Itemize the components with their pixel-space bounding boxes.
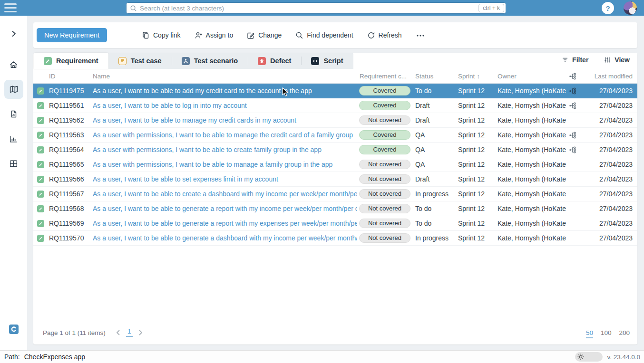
change-button[interactable]: Change bbox=[247, 31, 282, 39]
row-name-link[interactable]: As a user, I want to be able to generate… bbox=[93, 205, 357, 212]
row-status: Draft bbox=[413, 116, 456, 124]
row-name-link[interactable]: As a user, I want to be able to generate… bbox=[93, 234, 357, 242]
coverage-badge: Not covered bbox=[359, 160, 410, 169]
sidebar-expand-icon[interactable] bbox=[4, 24, 23, 43]
row-sprint: Sprint 12 bbox=[456, 161, 495, 168]
new-requirement-button[interactable]: New Requirement bbox=[37, 28, 107, 42]
row-name-link[interactable]: As a user, I want to be able to generate… bbox=[93, 220, 357, 227]
table-row[interactable]: RQ1119475 As a user, I want to be able t… bbox=[33, 84, 637, 98]
row-name-link[interactable]: As a user with permissions, I want to be… bbox=[93, 146, 322, 153]
row-sprint: Sprint 12 bbox=[456, 146, 495, 153]
column-header-sprint[interactable]: Sprint↑ bbox=[456, 73, 495, 80]
row-name-link[interactable]: As a user, I want to be able to create a… bbox=[93, 190, 357, 198]
column-header-status[interactable]: Status bbox=[413, 73, 456, 80]
tab-requirement[interactable]: Requirement bbox=[34, 53, 108, 69]
table-row[interactable]: RQ1119565 As a user with permissions, I … bbox=[33, 157, 637, 172]
requirement-icon bbox=[37, 87, 44, 95]
page-number[interactable]: 1 bbox=[126, 328, 133, 337]
row-sprint: Sprint 12 bbox=[456, 205, 495, 212]
copy-link-button[interactable]: Copy link bbox=[142, 31, 181, 39]
assign-to-button[interactable]: Assign to bbox=[195, 31, 234, 39]
path-value: CheckExpenses app bbox=[24, 353, 85, 361]
row-modified: 27/04/2023 bbox=[580, 220, 637, 227]
aqua-logo[interactable] bbox=[4, 320, 23, 339]
coverage-badge: Not covered bbox=[359, 233, 410, 243]
tab-test-case[interactable]: Test case bbox=[108, 53, 172, 69]
column-header-modified[interactable]: Last modified bbox=[580, 73, 637, 80]
row-status: QA bbox=[413, 146, 456, 153]
version-label: v. 23.44.0.0 bbox=[607, 353, 640, 361]
page-size-50[interactable]: 50 bbox=[586, 329, 593, 338]
column-header-coverage[interactable]: Requirement c... bbox=[357, 73, 413, 80]
search-icon bbox=[130, 5, 137, 12]
column-header-id[interactable]: ID bbox=[49, 73, 93, 80]
test-case-icon bbox=[118, 57, 127, 65]
table-row[interactable]: RQ1119561 As a user, I want to be able t… bbox=[33, 98, 637, 113]
coverage-badge: Covered bbox=[359, 101, 410, 110]
toolbar: New Requirement Copy link Assign to Chan… bbox=[33, 22, 637, 48]
more-actions-button[interactable] bbox=[416, 31, 425, 39]
refresh-button[interactable]: Refresh bbox=[367, 31, 402, 39]
pagination: Page 1 of 1 (11 items) 1 50 100 200 bbox=[33, 326, 637, 340]
user-avatar[interactable] bbox=[624, 1, 637, 15]
row-sprint: Sprint 12 bbox=[456, 87, 495, 95]
next-page-icon[interactable] bbox=[137, 329, 144, 336]
row-name-link[interactable]: As a user, I want to be able to log in i… bbox=[93, 102, 247, 109]
hierarchy-icon[interactable] bbox=[569, 131, 577, 139]
row-id: RQ1119475 bbox=[49, 87, 93, 95]
tab-defect[interactable]: Defect bbox=[248, 53, 301, 69]
column-header-owner[interactable]: Owner bbox=[495, 73, 566, 80]
table-row[interactable]: RQ1119562 As a user, I want to be able t… bbox=[33, 113, 637, 128]
row-modified: 27/04/2023 bbox=[580, 102, 637, 109]
status-bar: Path: CheckExpenses app v. 23.44.0.0 bbox=[0, 350, 644, 363]
previous-page-icon[interactable] bbox=[115, 329, 121, 336]
row-id: RQ1119565 bbox=[49, 161, 93, 168]
hierarchy-icon[interactable] bbox=[569, 102, 577, 110]
row-name-link[interactable]: As a user, I want to be able to set expe… bbox=[93, 175, 278, 183]
table-row[interactable]: RQ1119569 As a user, I want to be able t… bbox=[33, 216, 637, 231]
hierarchy-icon[interactable] bbox=[569, 87, 577, 95]
global-search: ctrl + k bbox=[126, 2, 506, 14]
copy-icon bbox=[142, 31, 150, 39]
tab-test-scenario[interactable]: Test scenario bbox=[172, 53, 248, 69]
find-dependent-button[interactable]: Find dependent bbox=[295, 31, 353, 39]
page-size-100[interactable]: 100 bbox=[601, 329, 612, 338]
hamburger-menu-icon[interactable] bbox=[4, 3, 17, 12]
table-row[interactable]: RQ1119564 As a user with permissions, I … bbox=[33, 143, 637, 157]
sidebar-item-report-icon[interactable] bbox=[4, 105, 23, 124]
requirement-icon bbox=[37, 102, 44, 109]
view-columns-icon bbox=[604, 56, 611, 64]
sidebar-item-board-icon[interactable] bbox=[4, 154, 23, 173]
requirement-icon bbox=[44, 57, 52, 65]
table-row[interactable]: RQ1119570 As a user, I want to be able t… bbox=[33, 231, 637, 246]
coverage-badge: Not covered bbox=[359, 174, 410, 184]
row-name-link[interactable]: As a user with permissions, I want to be… bbox=[93, 131, 353, 139]
filter-button[interactable]: Filter bbox=[561, 56, 588, 64]
row-name-link[interactable]: As a user, I want to be able to manage m… bbox=[93, 116, 296, 124]
row-name-link[interactable]: As a user with permissions, I want to be… bbox=[93, 161, 332, 168]
search-input[interactable] bbox=[140, 5, 478, 12]
hierarchy-icon[interactable] bbox=[569, 146, 577, 154]
sidebar-item-home-icon[interactable] bbox=[4, 55, 23, 74]
row-owner: Kate, Hornysh (HoKate) bbox=[495, 175, 566, 183]
table-row[interactable]: RQ1119568 As a user, I want to be able t… bbox=[33, 201, 637, 216]
row-owner: Kate, Hornysh (HoKate) bbox=[495, 161, 566, 168]
row-id: RQ1119567 bbox=[49, 190, 93, 198]
row-modified: 27/04/2023 bbox=[580, 146, 637, 153]
table-row[interactable]: RQ1119567 As a user, I want to be able t… bbox=[33, 187, 637, 201]
table-row[interactable]: RQ1119566 As a user, I want to be able t… bbox=[33, 172, 637, 187]
help-button[interactable]: ? bbox=[602, 2, 614, 14]
column-header-name[interactable]: Name bbox=[93, 73, 357, 80]
settings-toggle[interactable] bbox=[575, 352, 603, 362]
page-size-200[interactable]: 200 bbox=[619, 329, 630, 338]
tab-script[interactable]: Script bbox=[301, 53, 353, 69]
view-button[interactable]: View bbox=[604, 56, 630, 64]
requirement-icon bbox=[37, 205, 44, 212]
column-header-traceability[interactable] bbox=[566, 72, 580, 80]
row-name-link[interactable]: As a user, I want to be able to add my c… bbox=[93, 87, 312, 95]
coverage-badge: Not covered bbox=[359, 204, 410, 213]
table-row[interactable]: RQ1119563 As a user with permissions, I … bbox=[33, 128, 637, 143]
filter-icon bbox=[561, 56, 569, 64]
sidebar-item-analytics-icon[interactable] bbox=[4, 129, 23, 148]
sidebar-item-projects-icon[interactable] bbox=[4, 80, 23, 99]
